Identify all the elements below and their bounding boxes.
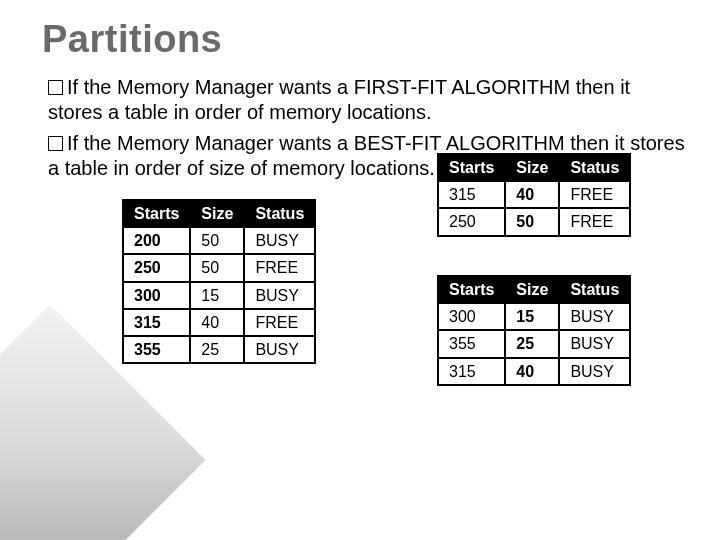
- col-status: Status: [559, 276, 630, 303]
- bullet-1: If the Memory Manager wants a FIRST-FIT …: [42, 75, 688, 125]
- table-row: 31540FREE: [123, 309, 315, 336]
- bullet-1-rest: the Memory Manager wants a FIRST-FIT ALG…: [48, 76, 630, 123]
- checkbox-icon: [48, 80, 63, 95]
- table-row: 25050FREE: [123, 254, 315, 281]
- bullet-2-prefix: If: [67, 132, 78, 154]
- col-status: Status: [244, 200, 315, 227]
- table-row: 31540BUSY: [438, 358, 630, 385]
- bullet-1-prefix: If: [67, 76, 78, 98]
- table-best-fit-busy: Starts Size Status 30015BUSY 35525BUSY 3…: [437, 275, 631, 386]
- table-header-row: Starts Size Status: [438, 154, 630, 181]
- table-row: 25050FREE: [438, 208, 630, 235]
- slide-title: Partitions: [42, 18, 688, 61]
- col-size: Size: [190, 200, 244, 227]
- col-status: Status: [559, 154, 630, 181]
- col-starts: Starts: [438, 276, 505, 303]
- table-header-row: Starts Size Status: [123, 200, 315, 227]
- table-header-row: Starts Size Status: [438, 276, 630, 303]
- table-best-fit-free: Starts Size Status 31540FREE 25050FREE: [437, 153, 631, 237]
- table-row: 20050BUSY: [123, 227, 315, 254]
- table-first-fit: Starts Size Status 20050BUSY 25050FREE 3…: [122, 199, 316, 364]
- col-starts: Starts: [123, 200, 190, 227]
- col-size: Size: [505, 154, 559, 181]
- checkbox-icon: [48, 136, 63, 151]
- table-row: 35525BUSY: [438, 330, 630, 357]
- table-row: 35525BUSY: [123, 336, 315, 363]
- col-starts: Starts: [438, 154, 505, 181]
- table-row: 31540FREE: [438, 181, 630, 208]
- table-row: 30015BUSY: [438, 303, 630, 330]
- col-size: Size: [505, 276, 559, 303]
- table-row: 30015BUSY: [123, 282, 315, 309]
